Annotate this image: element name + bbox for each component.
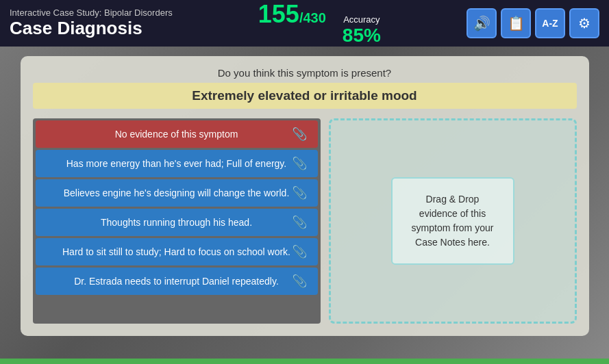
list-item[interactable]: Dr. Estrada needs to interrupt Daniel re… bbox=[36, 268, 318, 295]
volume-button[interactable]: 🔊 bbox=[467, 8, 497, 38]
list-item[interactable]: No evidence of this symptom 📎 bbox=[36, 120, 318, 148]
list-item[interactable]: Believes engine he's designing will chan… bbox=[36, 179, 318, 207]
drop-zone[interactable]: Drag & Drop evidence of this symptom fro… bbox=[329, 118, 577, 324]
score-value: 155/430 bbox=[258, 0, 326, 29]
header-icons: 🔊 📋 A-Z ⚙ bbox=[467, 8, 599, 38]
main-content: Do you think this symptom is present? Ex… bbox=[0, 47, 609, 364]
drop-zone-inner: Drag & Drop evidence of this symptom fro… bbox=[391, 177, 514, 265]
list-item-text-3[interactable]: Believes engine he's designing will chan… bbox=[36, 179, 318, 207]
evidence-list-scroll[interactable]: No evidence of this symptom 📎 Has more e… bbox=[33, 118, 321, 324]
bottom-bar bbox=[0, 359, 609, 364]
score-block: 155/430 bbox=[258, 0, 326, 29]
list-item[interactable]: Has more energy than he's ever had; Full… bbox=[36, 150, 318, 177]
list-item-text-2[interactable]: Has more energy than he's ever had; Full… bbox=[36, 150, 318, 177]
symptom-banner: Extremely elevated or irritable mood bbox=[33, 83, 577, 109]
content-card: Do you think this symptom is present? Ex… bbox=[21, 56, 589, 336]
notes-button[interactable]: 📋 bbox=[501, 8, 531, 38]
accuracy-value: 85% bbox=[343, 25, 381, 47]
accuracy-label: Accuracy bbox=[343, 14, 381, 25]
header-title: Case Diagnosis bbox=[10, 18, 173, 39]
header-subtitle: Interactive Case Study: Bipolar Disorder… bbox=[10, 8, 173, 18]
drop-zone-text: Drag & Drop evidence of this symptom fro… bbox=[412, 194, 494, 248]
list-item-text-1[interactable]: No evidence of this symptom bbox=[36, 120, 318, 148]
list-item[interactable]: Thoughts running through his head. 📎 bbox=[36, 209, 318, 236]
accuracy-block: Accuracy 85% bbox=[343, 14, 381, 47]
clip-icon-1: 📎 bbox=[292, 127, 307, 142]
clip-icon-3: 📎 bbox=[292, 185, 307, 200]
question-prompt: Do you think this symptom is present? bbox=[33, 67, 577, 79]
clip-icon-6: 📎 bbox=[292, 274, 307, 289]
list-item[interactable]: Hard to sit still to study; Hard to focu… bbox=[36, 238, 318, 265]
list-item-text-6[interactable]: Dr. Estrada needs to interrupt Daniel re… bbox=[36, 268, 318, 295]
two-column-layout: No evidence of this symptom 📎 Has more e… bbox=[33, 118, 577, 324]
clip-icon-5: 📎 bbox=[292, 244, 307, 259]
clip-icon-4: 📎 bbox=[292, 215, 307, 230]
header: Interactive Case Study: Bipolar Disorder… bbox=[0, 0, 609, 47]
settings-button[interactable]: ⚙ bbox=[569, 8, 599, 38]
clip-icon-2: 📎 bbox=[292, 156, 307, 171]
list-item-text-5[interactable]: Hard to sit still to study; Hard to focu… bbox=[36, 238, 318, 265]
header-left: Interactive Case Study: Bipolar Disorder… bbox=[10, 8, 173, 39]
header-center: 155/430 Accuracy 85% bbox=[258, 0, 381, 47]
glossary-button[interactable]: A-Z bbox=[535, 8, 565, 38]
list-item-text-4[interactable]: Thoughts running through his head. bbox=[36, 209, 318, 236]
evidence-list-panel: No evidence of this symptom 📎 Has more e… bbox=[33, 118, 321, 324]
